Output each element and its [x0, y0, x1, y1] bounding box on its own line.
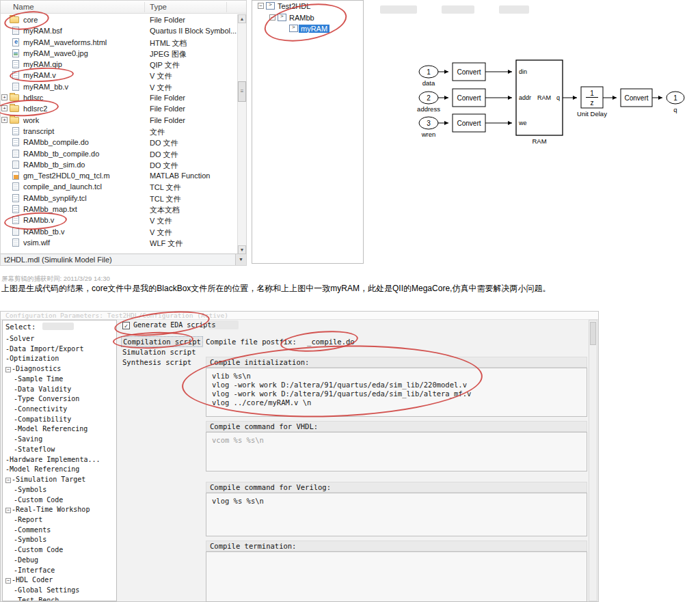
script-type-item[interactable]: Simulation script [121, 347, 203, 358]
settings-tree-item[interactable]: -Connectivity [3, 405, 116, 415]
settings-tree-item[interactable]: -Test Bench [3, 596, 116, 601]
settings-tree-item[interactable]: -Comments [3, 525, 116, 536]
collapse-icon[interactable]: − [5, 367, 11, 372]
settings-tree-item[interactable]: −-HDL Coder [3, 575, 116, 586]
file-row[interactable]: RAMbb_tb.vV 文件 [1, 226, 238, 237]
settings-tree-label[interactable]: Custom Code [18, 546, 63, 553]
dialog-scrollbar[interactable] [589, 320, 597, 601]
file-row[interactable]: coreFile Folder [1, 14, 238, 25]
file-name[interactable]: hdlsrc [23, 94, 43, 102]
compile-termination-textarea[interactable] [206, 551, 587, 602]
compile-vhdl-textarea[interactable]: vcom %s %s\n [206, 432, 587, 471]
file-name-combobox[interactable]: t2HDL.mdl (Simulink Model File) ▼ [1, 254, 246, 265]
file-row[interactable]: transcript文件 [1, 126, 238, 137]
settings-tree-label[interactable]: Stateflow [18, 446, 55, 453]
settings-tree-label[interactable]: Sample Time [18, 375, 63, 383]
script-type-item[interactable]: Compilation script [121, 336, 203, 347]
collapse-icon[interactable]: − [269, 14, 275, 20]
file-row[interactable]: myRAM_wave0.jpgJPEG 图像 [1, 48, 238, 59]
file-name[interactable]: RAMbb_tb.v [23, 228, 65, 236]
collapse-icon[interactable]: − [5, 578, 11, 584]
model-tree-label[interactable]: RAMbb [289, 14, 314, 22]
expand-icon[interactable]: + [1, 94, 8, 100]
settings-tree-item[interactable]: -Data Import/Export [3, 344, 116, 355]
model-tree-item[interactable]: −RAMbb [252, 12, 363, 24]
file-name[interactable]: compile_and_launch.tcl [23, 182, 102, 191]
column-name[interactable]: Name [13, 3, 34, 11]
settings-tree-item[interactable]: -Data Validity [3, 385, 116, 395]
file-row[interactable]: myRAM.vV 文件 [1, 70, 238, 81]
file-row[interactable]: RAMbb_tb_compile.doDO 文件 [1, 148, 238, 159]
settings-tree-item[interactable]: -Report [3, 515, 116, 525]
settings-tree-item[interactable]: -Hardware Implementa... [3, 455, 116, 465]
settings-tree-label[interactable]: Connectivity [18, 405, 67, 413]
collapse-icon[interactable]: − [5, 508, 11, 513]
file-name[interactable]: vsim.wlf [23, 238, 50, 247]
dialog-scrollbar-thumb[interactable] [590, 322, 596, 345]
settings-tree-label[interactable]: Symbols [18, 486, 46, 493]
file-row[interactable]: +workFile Folder [1, 115, 238, 126]
settings-tree-label[interactable]: Comments [18, 526, 51, 534]
settings-tree-item[interactable]: -Debug [3, 556, 116, 566]
settings-tree-item[interactable]: -Stateflow [3, 445, 116, 455]
file-name[interactable]: myRAM_wave0.jpg [23, 49, 88, 57]
column-separator[interactable] [144, 2, 145, 12]
settings-tree-item[interactable]: -Compatibility [3, 415, 116, 425]
settings-tree-label[interactable]: Debug [18, 556, 38, 564]
collapse-icon[interactable]: − [258, 3, 264, 9]
column-type[interactable]: Type [150, 3, 167, 11]
settings-tree-item[interactable]: -Model Referencing [3, 465, 116, 475]
file-name[interactable]: hdlsrc2 [23, 105, 47, 113]
file-name[interactable]: gm_Test2HDL0_mq_tcl.m [23, 172, 110, 180]
file-name[interactable]: myRAM_waveforms.html [23, 38, 107, 46]
file-row[interactable]: myRAM.qipQIP 文件 [1, 59, 238, 70]
file-row[interactable]: RAMbb_map.txt文本文档 [1, 204, 238, 215]
compile-postfix-value[interactable]: _compile.do [307, 338, 355, 346]
model-tree-item[interactable]: myRAM [252, 23, 363, 35]
settings-tree-label[interactable]: Optimization [10, 355, 59, 362]
compile-initialization-textarea[interactable]: vlib %s\nvlog -work work D:/altera/91/qu… [206, 368, 587, 417]
settings-tree-item[interactable]: -Interface [3, 566, 116, 576]
generate-eda-scripts-label[interactable]: Generate EDA scripts [133, 321, 215, 329]
file-row[interactable]: RAMbb_tb_sim.doDO 文件 [1, 159, 238, 170]
combo-dropdown-icon[interactable]: ▼ [235, 254, 246, 265]
settings-tree-label[interactable]: Report [18, 516, 42, 523]
settings-tree-item[interactable]: -Model Referencing [3, 424, 116, 435]
settings-tree-item[interactable]: -Optimization [3, 354, 116, 364]
script-type-item[interactable]: Synthesis script [121, 357, 203, 368]
file-name[interactable]: RAMbb.v [23, 216, 54, 224]
collapse-icon[interactable]: − [5, 478, 11, 483]
file-row[interactable]: RAMbb.vV 文件 [1, 215, 238, 225]
file-name[interactable]: core [23, 16, 38, 24]
file-name[interactable]: transcript [23, 127, 54, 135]
file-name[interactable]: myRAM.bsf [23, 27, 62, 35]
file-name[interactable]: RAMbb_compile.do [23, 138, 89, 146]
settings-tree-item[interactable]: -Custom Code [3, 495, 116, 506]
expand-icon[interactable]: + [1, 117, 8, 123]
model-tree-label[interactable]: myRAM [299, 25, 329, 33]
settings-tree-item[interactable]: -Symbols [3, 535, 116, 545]
file-name[interactable]: RAMbb_tb_sim.do [23, 161, 85, 169]
settings-tree-label[interactable]: Data Validity [18, 385, 71, 393]
settings-tree-label[interactable]: Hardware Implementa... [10, 456, 100, 463]
file-name[interactable]: RAMbb_map.txt [23, 205, 77, 213]
settings-tree-label[interactable]: Saving [18, 435, 42, 443]
settings-tree-label[interactable]: Real-Time Workshop [16, 506, 90, 513]
settings-tree-item[interactable]: −-Simulation Target [3, 475, 116, 485]
settings-tree-label[interactable]: Type Conversion [18, 395, 79, 402]
file-row[interactable]: gm_Test2HDL0_mq_tcl.mMATLAB Function [1, 170, 238, 181]
file-row[interactable]: myRAM.bsfQuartus II Block Symbol... [1, 25, 238, 36]
settings-tree-label[interactable]: Custom Code [18, 496, 63, 504]
settings-tree-item[interactable]: -Custom Code [3, 545, 116, 556]
file-row[interactable]: +hdlsrc2File Folder [1, 103, 238, 114]
settings-tree-label[interactable]: Model Referencing [18, 425, 88, 433]
file-name[interactable]: work [23, 116, 39, 124]
expand-icon[interactable]: + [1, 105, 8, 111]
settings-tree-item[interactable]: -Sample Time [3, 374, 116, 385]
settings-tree-label[interactable]: Compatibility [18, 415, 71, 423]
model-tree-label[interactable]: Test2HDL [278, 2, 310, 10]
settings-tree-label[interactable]: HDL Coder [16, 576, 53, 584]
settings-tree-label[interactable]: Diagnostics [16, 365, 61, 372]
settings-tree-label[interactable]: Data Import/Export [10, 345, 83, 353]
scroll-up-icon[interactable]: ▲ [238, 14, 246, 23]
